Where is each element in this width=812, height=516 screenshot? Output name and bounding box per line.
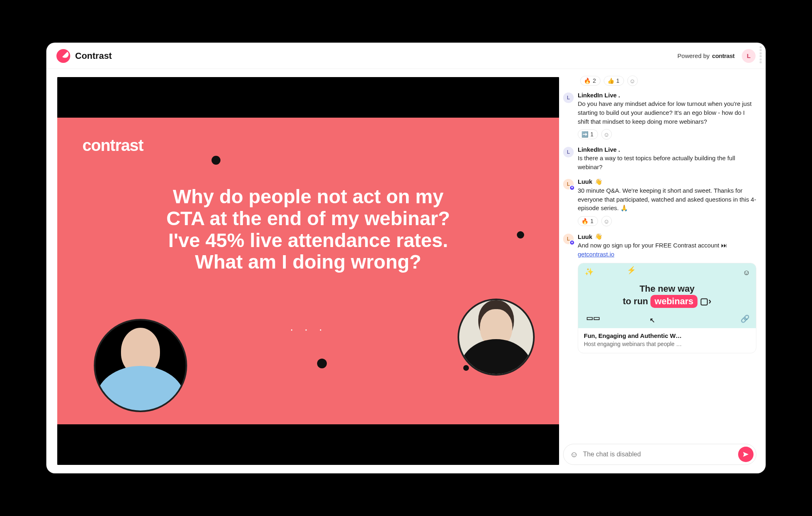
chat-message: L LinkedIn Live . Is there a way to test…: [563, 146, 756, 172]
chat-message: L Luuk 👋 30 minute Q&A. We're keeping it…: [563, 178, 756, 226]
reaction-chip[interactable]: 👍 1: [604, 76, 624, 86]
body: contrast Why do people not act on my CTA…: [47, 69, 765, 473]
chat-panel: 🔥 2 👍 1 ☺ L LinkedIn Live . Do you have …: [559, 69, 765, 473]
decorative-dot: [212, 156, 220, 165]
decorative-dot: [463, 365, 469, 371]
message-text: Is there a way to test topics before act…: [578, 154, 756, 172]
powered-by-label: Powered by: [678, 52, 710, 59]
message-text-part: And now go sign up for your FREE Contras…: [578, 242, 727, 249]
message-author: LinkedIn Live .: [578, 146, 756, 153]
chat-message: L Luuk 👋 And now go sign up for your FRE…: [563, 233, 756, 353]
app-window: Contrast Powered by contrast L contrast …: [47, 43, 765, 473]
add-reaction-button[interactable]: ☺: [627, 75, 638, 86]
host-badge-icon: [569, 240, 575, 245]
slide-ellipsis: . . .: [290, 320, 326, 333]
promo-pill: webinars: [650, 295, 697, 308]
cursor-icon: ↖: [650, 316, 655, 325]
brand-name: Contrast: [75, 51, 112, 61]
header: Contrast Powered by contrast L: [47, 43, 765, 69]
message-text: 30 minute Q&A. We're keeping it short an…: [578, 186, 756, 213]
avatar: L: [563, 147, 574, 157]
promo-subtitle: Host engaging webinars that people …: [584, 341, 750, 347]
link-icon: 🔗: [741, 314, 749, 324]
promo-card[interactable]: ✨ ⚡ ☺ ▭▭ 🔗 ↖ The new way to run webinars: [578, 263, 756, 353]
add-reaction-button[interactable]: ☺: [601, 129, 612, 140]
promo-line-2a: to run: [623, 296, 648, 307]
wave-icon: 👋: [595, 178, 603, 185]
avatar: L: [563, 92, 574, 103]
fire-icon: 🔥: [581, 218, 588, 224]
author-name: Luuk: [578, 178, 592, 185]
thumbs-up-icon: 👍: [607, 77, 614, 84]
sparkle-icon: ✨: [585, 267, 594, 277]
message-author: Luuk 👋: [578, 178, 756, 185]
smile-icon: ☺: [743, 268, 750, 277]
window-drag-hint: [760, 46, 763, 63]
reaction-count: 1: [616, 77, 620, 84]
add-reaction-button[interactable]: ☺: [601, 216, 612, 226]
powered-by-brand: contrast: [712, 52, 734, 59]
message-reactions: 🔥 2 👍 1 ☺: [563, 75, 756, 86]
powered-by[interactable]: Powered by contrast: [678, 52, 734, 59]
slide-title: Why do people not act on my CTA at the e…: [166, 186, 450, 273]
reaction-chip[interactable]: 🔥 2: [580, 76, 600, 86]
webcam-speaker-2: [458, 299, 535, 376]
chat-input-row: ☺: [563, 444, 756, 465]
reaction-count: 2: [593, 77, 596, 84]
chat-input: [583, 451, 734, 458]
message-link[interactable]: getcontrast.io: [578, 251, 614, 258]
camera-icon: ▢›: [700, 296, 711, 307]
fire-icon: 🔥: [584, 77, 591, 84]
webcam-speaker-1: [94, 319, 187, 412]
message-text: Do you have any mindset advice for low t…: [578, 99, 756, 126]
reaction-chip[interactable]: ➡️ 1: [578, 129, 598, 139]
wave-icon: 👋: [595, 233, 603, 240]
message-author: LinkedIn Live .: [578, 92, 756, 99]
sparkle-icon: ⚡: [627, 266, 636, 275]
reaction-chip[interactable]: 🔥 1: [578, 216, 598, 226]
promo-hero: ✨ ⚡ ☺ ▭▭ 🔗 ↖ The new way to run webinars: [578, 263, 756, 328]
reaction-count: 1: [590, 218, 594, 224]
reaction-count: 1: [590, 131, 594, 138]
chat-message: L LinkedIn Live . Do you have any mindse…: [563, 92, 756, 140]
user-avatar[interactable]: L: [742, 49, 756, 63]
chat-scroll[interactable]: 🔥 2 👍 1 ☺ L LinkedIn Live . Do you have …: [563, 69, 756, 439]
send-button[interactable]: [738, 447, 754, 462]
brand-logo-icon: [56, 49, 70, 63]
arrow-right-icon: ➡️: [581, 131, 588, 138]
video-column: contrast Why do people not act on my CTA…: [47, 69, 559, 473]
video-player[interactable]: contrast Why do people not act on my CTA…: [57, 77, 559, 465]
send-icon: [742, 451, 749, 458]
promo-line-1: The new way: [639, 283, 695, 295]
decorative-dot: [517, 231, 524, 239]
message-text: And now go sign up for your FREE Contras…: [578, 241, 756, 259]
letterbox-bottom: [57, 424, 559, 465]
battery-icon: ▭▭: [586, 314, 600, 323]
author-name: Luuk: [578, 233, 592, 240]
emoji-picker-button[interactable]: ☺: [569, 449, 579, 459]
slide-logo: contrast: [82, 136, 143, 155]
promo-title: Fun, Engaging and Authentic W…: [584, 332, 750, 339]
host-badge-icon: [569, 185, 575, 191]
avatar: L: [563, 234, 574, 244]
promo-meta: Fun, Engaging and Authentic W… Host enga…: [578, 328, 756, 353]
message-author: Luuk 👋: [578, 233, 756, 240]
promo-line-2: to run webinars ▢›: [623, 295, 711, 308]
avatar: L: [563, 179, 574, 189]
letterbox-top: [57, 77, 559, 118]
slide: contrast Why do people not act on my CTA…: [57, 118, 559, 424]
decorative-dot: [317, 359, 327, 368]
